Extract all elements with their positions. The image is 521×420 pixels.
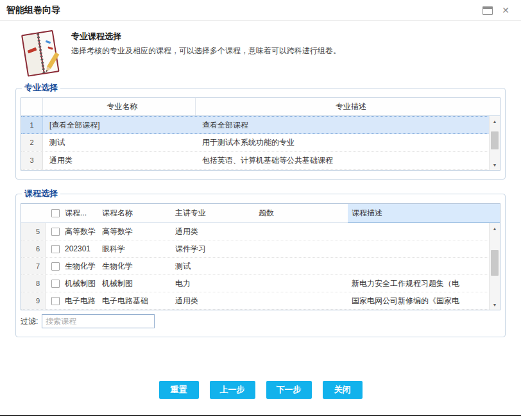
course-code: 机械制图 [61, 275, 98, 292]
course-col-rownum [21, 204, 46, 223]
course-major: 课件学习 [171, 240, 255, 257]
row-checkbox[interactable] [51, 245, 60, 253]
notebook-icon [21, 28, 62, 80]
major-grid: 专业名称 专业描述 1 [查看全部课程] 查看全部课程 2 测试 用于测试本系统… [21, 97, 500, 171]
scroll-down-icon[interactable]: ▼ [490, 299, 500, 310]
course-col-major[interactable]: 主讲专业 [171, 204, 255, 223]
checkbox-cell [46, 292, 61, 309]
course-grid: 课程... 课程名称 主讲专业 题数 课程描述 5 高等数学 高等数学 通用类 … [21, 203, 500, 310]
table-row[interactable]: 3 通用类 包括英语、计算机基础等公共基础课程 [21, 152, 500, 170]
step-description: 选择考核的专业及相应的课程，可以选择多个课程，意味着可以跨科进行组卷。 [71, 46, 341, 56]
step-header: 专业课程选择 选择考核的专业及相应的课程，可以选择多个课程，意味着可以跨科进行组… [21, 28, 502, 80]
row-checkbox[interactable] [51, 297, 60, 305]
course-count [255, 223, 348, 240]
table-row[interactable]: 5 高等数学 高等数学 通用类 [21, 223, 500, 240]
table-row[interactable]: 6 202301 眼科学 课件学习 [21, 240, 500, 258]
course-desc [348, 258, 500, 274]
row-number: 2 [21, 134, 43, 151]
close-icon[interactable]: ✕ [502, 6, 509, 15]
course-name: 眼科学 [98, 240, 171, 257]
row-number: 5 [21, 223, 46, 240]
row-checkbox[interactable] [51, 280, 60, 288]
table-row[interactable]: 9 电子电路 电子电路基础 通用类 国家电网公司新修编的《国家电 [21, 292, 500, 310]
row-checkbox[interactable] [51, 262, 60, 271]
course-name: 机械制图 [98, 275, 171, 292]
dialog-titlebar: 智能组卷向导 ✕ [0, 0, 521, 21]
major-select-legend: 专业选择 [22, 82, 60, 94]
row-checkbox[interactable] [51, 228, 60, 236]
course-count [255, 258, 348, 274]
major-col-rownum [21, 98, 43, 115]
checkbox-cell [46, 275, 61, 292]
major-grid-scrollbar[interactable]: ▲ ▼ [489, 116, 500, 170]
course-count [255, 292, 348, 309]
course-desc [348, 223, 500, 240]
course-name: 生物化学 [98, 258, 171, 274]
checkbox-cell [46, 258, 61, 274]
dialog-buttons: 重置 上一步 下一步 关闭 [0, 381, 521, 399]
filter-row: 过滤: [21, 314, 500, 328]
scrollbar-thumb[interactable] [491, 250, 499, 276]
course-major: 测试 [171, 258, 255, 274]
course-name: 电子电路基础 [98, 292, 171, 309]
course-search-input[interactable] [42, 314, 155, 328]
course-select-fieldset: 课程选择 课程... 课程名称 主讲专业 题数 课程描述 5 高等数学 高等数学… [15, 188, 506, 337]
table-row[interactable]: 1 [查看全部课程] 查看全部课程 [21, 116, 500, 134]
table-row[interactable]: 8 机械制图 机械制图 电力 新电力安全工作规程习题集（电 [21, 275, 500, 292]
major-grid-header: 专业名称 专业描述 [21, 98, 500, 116]
course-major: 通用类 [171, 223, 255, 240]
major-name: [查看全部课程] [43, 117, 196, 133]
course-count [255, 275, 348, 292]
row-number: 7 [21, 258, 46, 274]
course-select-legend: 课程选择 [22, 188, 60, 199]
dialog-title: 智能组卷向导 [6, 4, 60, 16]
wizard-dialog: 智能组卷向导 ✕ [0, 0, 521, 420]
next-step-button[interactable]: 下一步 [266, 381, 312, 399]
window-maximize-icon[interactable] [483, 6, 493, 15]
major-select-fieldset: 专业选择 专业名称 专业描述 1 [查看全部课程] 查看全部课程 2 测试 用于… [15, 82, 506, 180]
window-buttons: ✕ [483, 6, 515, 15]
course-major: 电力 [171, 275, 255, 292]
course-code: 生物化学 [61, 258, 98, 274]
close-button[interactable]: 关闭 [323, 381, 363, 399]
row-number: 9 [21, 292, 46, 309]
major-name: 通用类 [43, 152, 196, 169]
filter-label: 过滤: [21, 316, 38, 327]
major-name: 测试 [43, 134, 196, 151]
row-number: 1 [21, 117, 43, 133]
course-col-count[interactable]: 题数 [255, 204, 348, 223]
course-code: 高等数学 [61, 223, 98, 240]
select-all-checkbox[interactable] [51, 209, 60, 217]
course-desc: 国家电网公司新修编的《国家电 [348, 292, 500, 309]
course-grid-header: 课程... 课程名称 主讲专业 题数 课程描述 [21, 204, 500, 223]
major-desc: 包括英语、计算机基础等公共基础课程 [196, 152, 500, 169]
step-text: 专业课程选择 选择考核的专业及相应的课程，可以选择多个课程，意味着可以跨科进行组… [71, 28, 341, 56]
checkbox-cell [46, 240, 61, 257]
scroll-up-icon[interactable]: ▲ [490, 223, 500, 233]
course-name: 高等数学 [98, 223, 171, 240]
course-col-desc[interactable]: 课程描述 [348, 204, 500, 223]
checkbox-cell [46, 223, 61, 240]
step-title: 专业课程选择 [71, 31, 341, 42]
scrollbar-thumb[interactable] [491, 131, 499, 149]
course-col-name[interactable]: 课程名称 [98, 204, 171, 223]
course-code: 电子电路 [61, 292, 98, 309]
table-row[interactable]: 7 生物化学 生物化学 测试 [21, 258, 500, 275]
course-code: 202301 [61, 240, 98, 257]
course-col-code[interactable]: 课程... [61, 204, 98, 223]
major-col-name[interactable]: 专业名称 [43, 98, 196, 115]
major-col-desc[interactable]: 专业描述 [196, 98, 500, 115]
course-desc: 新电力安全工作规程习题集（电 [348, 275, 500, 292]
course-major: 通用类 [171, 292, 255, 309]
scroll-up-icon[interactable]: ▲ [490, 116, 500, 126]
scroll-down-icon[interactable]: ▼ [490, 160, 500, 170]
prev-step-button[interactable]: 上一步 [210, 381, 255, 399]
course-desc [348, 240, 500, 257]
row-number: 3 [21, 152, 43, 169]
row-number: 6 [21, 240, 46, 257]
table-row[interactable]: 2 测试 用于测试本系统功能的专业 [21, 134, 500, 152]
reset-button[interactable]: 重置 [159, 381, 199, 399]
select-all-cell [46, 204, 61, 223]
course-grid-scrollbar[interactable]: ▲ ▼ [489, 223, 500, 310]
row-number: 8 [21, 275, 46, 292]
